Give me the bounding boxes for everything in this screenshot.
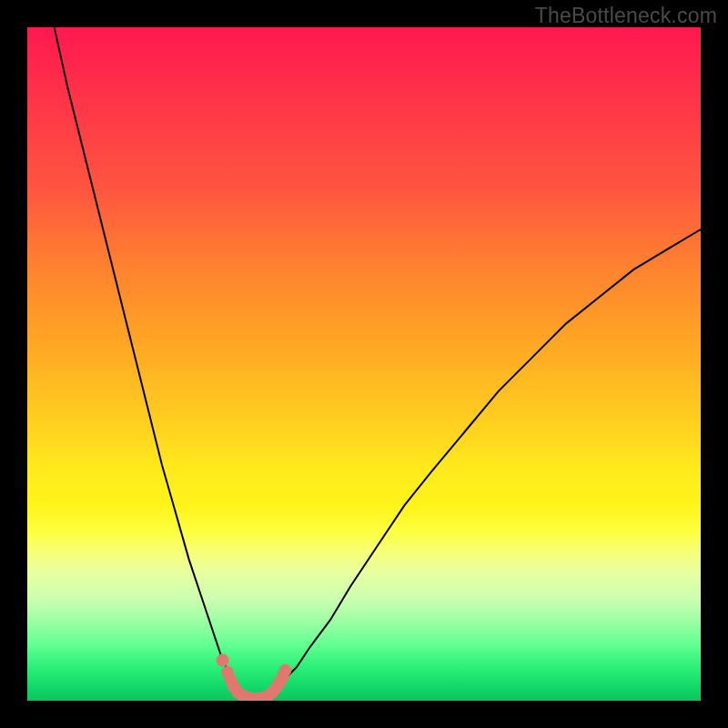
chart-frame: TheBottleneck.com xyxy=(0,0,728,728)
bottleneck-curve xyxy=(27,27,701,701)
watermark-text: TheBottleneck.com xyxy=(535,4,717,28)
bottleneck-curve-path xyxy=(55,27,701,700)
highlight-dot xyxy=(278,664,291,677)
plot-area xyxy=(27,27,701,701)
highlight-dot xyxy=(217,654,229,667)
